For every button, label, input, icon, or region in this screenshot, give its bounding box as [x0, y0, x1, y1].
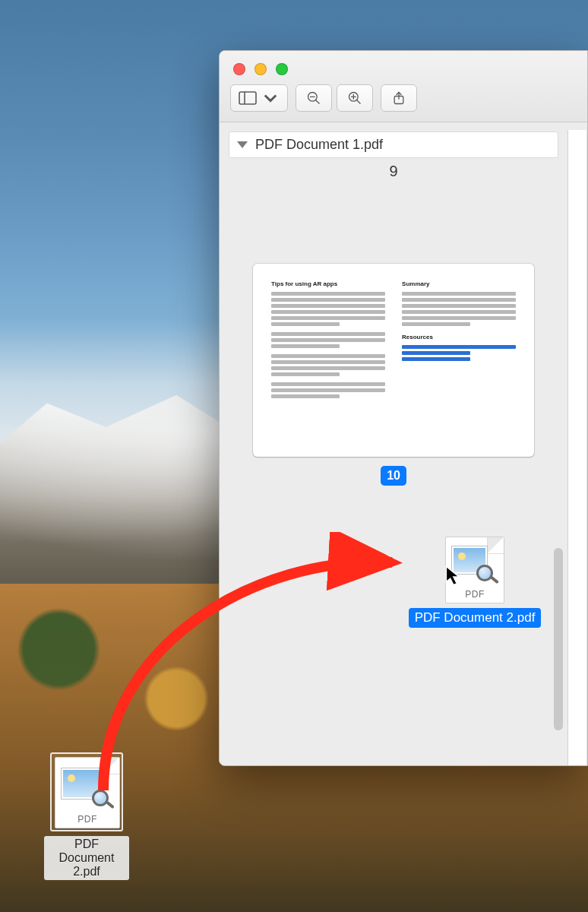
disclosure-triangle-icon[interactable]: [237, 141, 248, 148]
preview-window[interactable]: PDF Document 1.pdf 9 Tips for using AR a…: [219, 50, 588, 766]
desktop-file-selection-outline: PDF: [50, 752, 123, 831]
document-title: PDF Document 1.pdf: [255, 137, 383, 153]
zoom-group: [296, 84, 373, 112]
zoom-out-button[interactable]: [296, 84, 332, 112]
page-number-badge: 10: [381, 466, 406, 486]
minimize-window-button[interactable]: [254, 63, 267, 75]
page-thumbnail-preview: Tips for using AR apps Summary Resources: [253, 264, 534, 457]
desktop-file[interactable]: PDF PDF Document 2.pdf: [44, 752, 129, 880]
thumbnails-sidebar[interactable]: PDF Document 1.pdf 9 Tips for using AR a…: [220, 122, 567, 765]
thumb-heading-resources: Resources: [402, 334, 516, 342]
zoom-in-button[interactable]: [337, 84, 373, 112]
zoom-out-icon: [306, 90, 321, 106]
sidebar-scrollbar[interactable]: [554, 548, 563, 730]
page-thumbnail-10[interactable]: Tips for using AR apps Summary Resources: [253, 264, 534, 486]
share-button[interactable]: [381, 84, 417, 112]
sidebar-toggle-button[interactable]: [230, 84, 288, 112]
document-header-row[interactable]: PDF Document 1.pdf: [229, 131, 558, 158]
zoom-in-icon: [347, 90, 362, 106]
pdf-tag: PDF: [55, 814, 119, 825]
cursor-arrow-icon: [445, 565, 462, 587]
svg-line-6: [357, 100, 361, 104]
desktop-file-label[interactable]: PDF Document 2.pdf: [44, 836, 129, 880]
svg-line-3: [316, 100, 320, 104]
titlebar[interactable]: [220, 51, 587, 122]
thumb-heading-summary: Summary: [402, 280, 516, 289]
close-window-button[interactable]: [233, 63, 245, 75]
sidebar-toggle-icon: [239, 91, 257, 105]
share-icon: [391, 90, 406, 106]
svg-marker-11: [446, 566, 459, 585]
zoom-window-button[interactable]: [276, 63, 288, 75]
pdf-file-icon: PDF: [55, 757, 120, 828]
svg-rect-0: [239, 92, 256, 104]
desktop[interactable]: PDF Document 1.pdf 9 Tips for using AR a…: [0, 0, 588, 912]
main-document-edge: [567, 130, 587, 765]
toolbar: [230, 84, 417, 112]
window-content: PDF Document 1.pdf 9 Tips for using AR a…: [220, 122, 587, 765]
chevron-down-icon: [261, 91, 280, 105]
thumb-heading-left: Tips for using AR apps: [271, 280, 385, 289]
window-controls: [233, 63, 288, 75]
page-number-label: 9: [220, 163, 567, 180]
